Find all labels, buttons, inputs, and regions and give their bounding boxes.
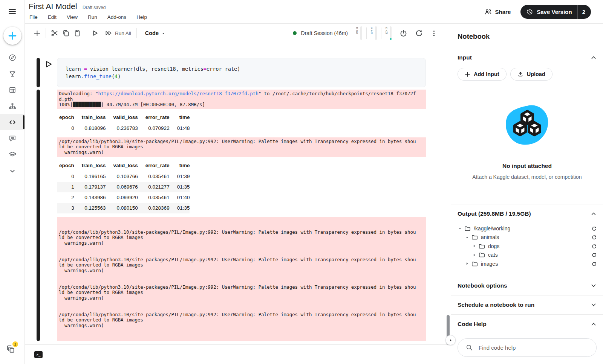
- code-editor[interactable]: learn = vision_learner(dls, resnet18, me…: [57, 58, 426, 87]
- tree-row-kaggle-working[interactable]: /kaggle/working: [458, 224, 597, 233]
- run-all-label[interactable]: Run All: [115, 30, 131, 36]
- version-count[interactable]: 2: [578, 9, 591, 15]
- notebook-toolbar: Run All Code Draft Session (46m) HDD CPU…: [25, 24, 451, 43]
- add-cell-icon[interactable]: [32, 28, 43, 39]
- tree-row-dogs[interactable]: dogs: [458, 242, 597, 251]
- sidebar-item-more[interactable]: [0, 163, 24, 179]
- code-help-search-input[interactable]: [479, 344, 584, 351]
- refresh-icon[interactable]: [591, 244, 597, 249]
- datasets-cubes-icon: [503, 104, 551, 148]
- hamburger-menu-icon[interactable]: [8, 7, 17, 16]
- caret-down-icon[interactable]: [458, 226, 464, 231]
- sidebar-item-competitions[interactable]: [0, 65, 24, 82]
- output-section-header[interactable]: Output (259.8MB / 19.5GB): [451, 204, 603, 223]
- no-input-empty-state: No input attached Attach a Kaggle datase…: [451, 85, 603, 204]
- share-button[interactable]: Share: [484, 8, 511, 16]
- create-button[interactable]: [3, 27, 21, 45]
- caret-down-icon[interactable]: [465, 235, 471, 240]
- tree-row-cats[interactable]: cats: [458, 251, 597, 260]
- power-icon[interactable]: [398, 27, 409, 39]
- menu-file[interactable]: File: [29, 14, 38, 20]
- ram-gauge: [390, 26, 392, 40]
- notebook-side-panel: Notebook Input Add Input Upload: [451, 24, 603, 364]
- cut-cell-icon[interactable]: [49, 27, 60, 39]
- tree-row-images[interactable]: images: [458, 259, 597, 268]
- sidebar-item-models[interactable]: [0, 98, 24, 114]
- refresh-icon[interactable]: [591, 235, 597, 240]
- cpu-label: CPU: [371, 26, 374, 35]
- comment-icon: [8, 134, 17, 143]
- table-row: 10.1791370.0696760.02127701:35: [57, 182, 190, 192]
- cell-type-dropdown[interactable]: Code: [145, 30, 165, 36]
- refresh-icon[interactable]: [591, 261, 597, 267]
- menu-view[interactable]: View: [67, 14, 78, 20]
- chevron-up-icon[interactable]: [591, 211, 597, 217]
- folder-icon: [471, 234, 478, 240]
- kebab-menu-icon[interactable]: [429, 28, 439, 39]
- caret-right-icon[interactable]: [465, 261, 471, 266]
- menu-run[interactable]: Run: [88, 14, 97, 20]
- userwarning-log-repeated: /opt/conda/lib/python3.10/site-packages/…: [57, 217, 426, 341]
- folder-icon: [479, 252, 485, 258]
- session-status-dot: [293, 31, 297, 35]
- schedule-section-header[interactable]: Schedule a notebook to run: [451, 295, 603, 314]
- active-sessions-button[interactable]: 1: [6, 344, 16, 354]
- sidebar-item-discussions[interactable]: [0, 130, 24, 146]
- menu-edit[interactable]: Edit: [48, 14, 57, 20]
- input-section-header[interactable]: Input: [451, 48, 603, 67]
- code-help-search[interactable]: [458, 338, 597, 357]
- empty-state-title: No input attached: [451, 163, 603, 169]
- upload-icon: [517, 71, 523, 77]
- notebook-options-header[interactable]: Notebook options: [451, 276, 603, 295]
- table-row: 20.1439860.0939200.03546101:40: [57, 192, 190, 203]
- refresh-icon[interactable]: [591, 252, 597, 257]
- menu-addons[interactable]: Add-ons: [107, 14, 126, 20]
- add-input-button[interactable]: Add Input: [458, 68, 507, 81]
- userwarning-log: /opt/conda/lib/python3.10/site-packages/…: [57, 137, 426, 157]
- table-row: 30.1255630.0801500.02836901:35: [57, 203, 190, 213]
- run-cell-icon[interactable]: [89, 27, 101, 39]
- code-help-header[interactable]: Code Help: [451, 315, 603, 334]
- app-header: First AI Model Draft saved File Edit Vie…: [25, 0, 603, 24]
- caret-right-icon[interactable]: [472, 244, 479, 248]
- cpu-meter: CPU: [371, 26, 377, 40]
- sidebar-item-datasets[interactable]: [0, 82, 24, 98]
- output-focus-bar[interactable]: [37, 90, 40, 341]
- graduation-cap-icon: [8, 151, 17, 159]
- cell-type-label: Code: [145, 30, 159, 36]
- panel-collapse-button[interactable]: [445, 335, 456, 345]
- tree-label: cats: [488, 252, 498, 258]
- session-count-badge: 1: [12, 341, 18, 347]
- menu-help[interactable]: Help: [136, 14, 147, 20]
- meter-divider: [366, 27, 367, 39]
- save-version-button[interactable]: Save Version 2: [520, 5, 591, 19]
- sidebar-item-learn[interactable]: [0, 146, 24, 163]
- run-this-cell-icon[interactable]: [45, 61, 52, 68]
- caret-right-icon[interactable]: [472, 253, 479, 257]
- copy-cell-icon[interactable]: [60, 27, 72, 39]
- toolbar-divider: [136, 28, 137, 38]
- chevron-down-icon[interactable]: [591, 283, 597, 289]
- code-line-2: learn.fine_tune(4): [66, 73, 417, 80]
- run-all-icon[interactable]: [103, 27, 114, 39]
- upload-button[interactable]: Upload: [510, 68, 552, 81]
- draft-status: Draft saved: [83, 5, 106, 10]
- folder-icon: [471, 261, 478, 267]
- tree-row-animals[interactable]: animals: [458, 233, 597, 242]
- chevron-down-icon[interactable]: [591, 302, 597, 308]
- empty-state-subtitle: Attach a Kaggle dataset, model, or compe…: [451, 174, 603, 180]
- chevron-up-icon[interactable]: [591, 55, 597, 61]
- download-url-link[interactable]: https://download.pytorch.org/models/resn…: [98, 91, 258, 96]
- sidebar-item-home[interactable]: [0, 49, 24, 65]
- notebook-title[interactable]: First AI Model: [29, 2, 77, 11]
- epoch-table-1: epochtrain_loss valid_losserror_rate tim…: [57, 113, 190, 134]
- restart-session-icon[interactable]: [413, 27, 425, 39]
- cell-focus-bar[interactable]: [37, 58, 40, 87]
- chevron-up-icon[interactable]: [591, 321, 597, 327]
- refresh-icon[interactable]: [591, 226, 597, 231]
- terminal-icon[interactable]: >_: [34, 351, 43, 358]
- sidebar-item-code[interactable]: [0, 114, 24, 130]
- folder-icon: [479, 243, 485, 249]
- search-icon: [466, 344, 473, 351]
- paste-cell-icon[interactable]: [72, 27, 83, 39]
